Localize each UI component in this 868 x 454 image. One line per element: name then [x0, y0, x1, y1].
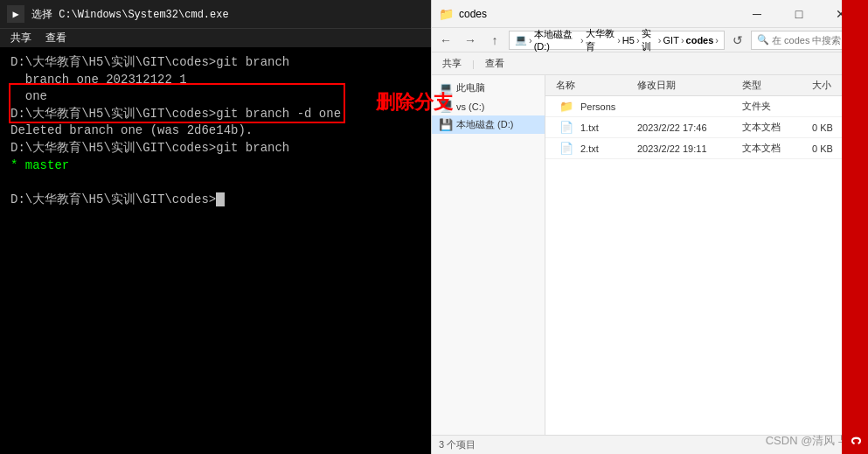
doc-icon-2txt: 📄 — [556, 140, 577, 157]
toolbar-view-button[interactable]: 查看 — [478, 55, 511, 72]
explorer-title-bar: 📁 codes ─ □ ✕ — [432, 0, 868, 28]
sidebar-item-computer[interactable]: 💻 此电脑 — [432, 79, 545, 97]
address-part-h5: H5 — [622, 35, 635, 45]
drive-c-icon: 🖥️ — [439, 100, 453, 113]
toolbar-separator: | — [472, 59, 475, 69]
status-text: 3 个项目 — [439, 438, 476, 451]
explorer-sidebar: 💻 此电脑 🖥️ vs (C:) 💾 本地磁盘 (D:) — [432, 75, 545, 435]
folder-icon-persons: 📁 — [556, 98, 577, 115]
address-bar[interactable]: 💻 › 本地磁盘 (D:) › 大华教育 › H5 › 实训 › GIT › c… — [509, 31, 725, 50]
address-sep-5: › — [681, 35, 684, 45]
csdn-logo-bar: C — [842, 0, 868, 454]
explorer-main: 名称 修改日期 类型 大小 📁Persons 文件夹 📄1.txt 2023/2… — [545, 75, 868, 435]
sidebar-item-d[interactable]: 💾 本地磁盘 (D:) — [432, 115, 545, 134]
sidebar-label-c: vs (C:) — [456, 101, 484, 112]
address-part-shixun: 实训 — [642, 27, 656, 53]
address-sep-4: › — [658, 35, 662, 45]
explorer-toolbar: 共享 | 查看 — [432, 52, 868, 75]
file-name-2txt: 📄2.txt — [552, 140, 634, 157]
address-sep-2: › — [617, 35, 621, 45]
file-date-1txt: 2023/2/22 17:46 — [634, 121, 739, 135]
file-date-persons — [634, 105, 739, 108]
computer-icon: 💻 — [439, 81, 453, 94]
refresh-button[interactable]: ↺ — [728, 31, 747, 50]
explorer-nav-bar: ← → ↑ 💻 › 本地磁盘 (D:) › 大华教育 › H5 › 实训 › G… — [432, 28, 868, 52]
address-computer: 💻 — [515, 34, 527, 45]
search-icon: 🔍 — [757, 34, 769, 45]
address-part-git: GIT — [663, 35, 679, 45]
file-name-persons: 📁Persons — [552, 98, 634, 115]
col-header-date: 修改日期 — [634, 77, 739, 94]
address-sep-3: › — [636, 35, 640, 45]
menu-view[interactable]: 查看 — [38, 29, 73, 47]
file-type-persons: 文件夹 — [739, 98, 809, 115]
file-type-2txt: 文本文档 — [739, 140, 809, 157]
cmd-icon: ▶ — [7, 5, 24, 23]
nav-forward-button[interactable]: → — [460, 30, 481, 51]
file-type-1txt: 文本文档 — [739, 119, 809, 136]
file-date-2txt: 2023/2/22 19:11 — [634, 142, 739, 156]
address-sep-6: › — [715, 35, 719, 45]
file-name-1txt: 📄1.txt — [552, 119, 634, 136]
menu-share[interactable]: 共享 — [3, 29, 38, 47]
explorer-statusbar: 3 个项目 — [432, 435, 868, 454]
col-header-type: 类型 — [739, 77, 809, 94]
file-explorer: 📁 codes ─ □ ✕ ← → ↑ 💻 › 本地磁盘 (D:) › 大华教育… — [431, 0, 868, 454]
file-row-1txt[interactable]: 📄1.txt 2023/2/22 17:46 文本文档 0 KB — [545, 117, 868, 138]
file-row-persons[interactable]: 📁Persons 文件夹 — [545, 96, 868, 117]
address-part-codes: codes — [686, 35, 714, 45]
explorer-title: codes — [459, 8, 737, 20]
doc-icon-1txt: 📄 — [556, 119, 577, 136]
file-table-header: 名称 修改日期 类型 大小 — [545, 75, 868, 96]
sidebar-label-d: 本地磁盘 (D:) — [456, 118, 513, 131]
address-sep-0: › — [529, 35, 532, 45]
drive-d-icon: 💾 — [439, 118, 453, 131]
toolbar-share-button[interactable]: 共享 — [435, 55, 469, 72]
explorer-maximize-button[interactable]: □ — [779, 0, 819, 28]
nav-up-button[interactable]: ↑ — [484, 30, 505, 51]
sidebar-item-c[interactable]: 🖥️ vs (C:) — [432, 97, 545, 115]
csdn-logo-text: C — [847, 437, 863, 447]
explorer-folder-icon: 📁 — [439, 7, 454, 21]
address-part-disk: 本地磁盘 (D:) — [534, 28, 579, 52]
file-row-2txt[interactable]: 📄2.txt 2023/2/22 19:11 文本文档 0 KB — [545, 138, 868, 159]
sidebar-label-computer: 此电脑 — [456, 81, 485, 94]
explorer-minimize-button[interactable]: ─ — [737, 0, 777, 28]
col-header-name: 名称 — [552, 77, 634, 94]
address-part-dahua: 大华教育 — [586, 27, 616, 53]
nav-back-button[interactable]: ← — [435, 30, 456, 51]
address-sep-1: › — [580, 35, 584, 45]
explorer-content: 💻 此电脑 🖥️ vs (C:) 💾 本地磁盘 (D:) 名称 修改日期 类型 … — [432, 75, 868, 435]
